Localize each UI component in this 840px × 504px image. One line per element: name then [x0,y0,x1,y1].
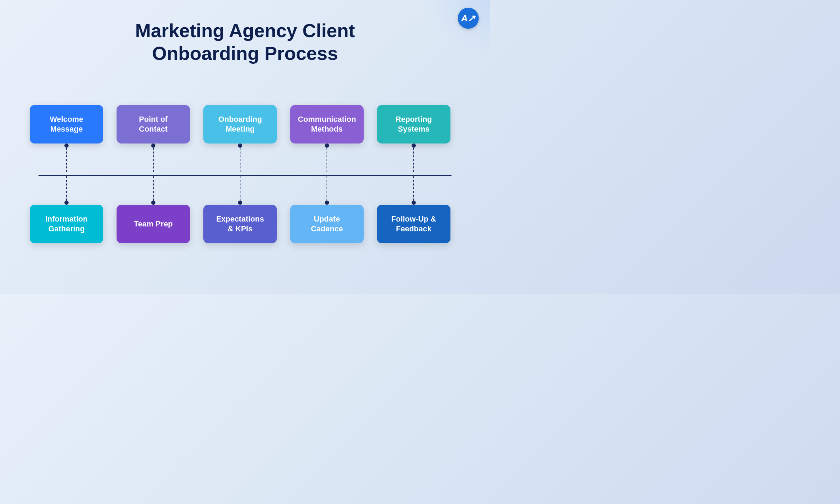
card-information-gathering: InformationGathering [30,205,103,243]
col-4-bottom: UpdateCadence [288,176,365,243]
col-5-top: ReportingSystems [375,105,452,172]
connector-1-top [64,144,69,172]
dashed-line [327,148,327,172]
dot [64,144,69,148]
connector-4-top [325,144,329,172]
connector-1-bottom [64,176,69,205]
dashed-line [153,176,154,201]
dot [151,201,155,205]
card-welcome-message: WelcomeMessage [30,105,103,144]
dot [238,144,242,148]
card-team-prep: Team Prep [117,205,190,243]
diagram: WelcomeMessage Point ofContact Onboardin… [18,80,472,266]
card-onboarding-meeting: OnboardingMeeting [203,105,277,144]
connector-5-top [412,144,416,172]
card-point-of-contact: Point ofContact [117,105,190,144]
title-line1: Marketing Agency Client [135,20,355,41]
dashed-line [153,148,154,172]
col-5-bottom: Follow-Up &Feedback [375,176,452,243]
dot [412,201,416,205]
col-3-bottom: Expectations& KPIs [202,176,279,243]
dot [325,201,329,205]
logo: A↗ [458,8,480,30]
dashed-line [66,148,67,172]
dashed-line [413,176,414,201]
dot [325,144,329,148]
card-communication-methods: CommunicationMethods [290,105,364,144]
dot [238,201,242,205]
main-title: Marketing Agency Client Onboarding Proce… [0,19,490,65]
dot [412,144,416,148]
dashed-line [240,148,240,172]
col-2-top: Point ofContact [115,105,192,172]
col-1-bottom: InformationGathering [28,176,105,243]
dashed-line [413,148,414,172]
title-line2: Onboarding Process [152,43,338,64]
card-follow-up-feedback: Follow-Up &Feedback [377,205,450,243]
col-2-bottom: Team Prep [115,176,192,243]
card-update-cadence: UpdateCadence [290,205,364,243]
card-expectations-kpis: Expectations& KPIs [203,205,277,243]
dashed-line [327,176,327,201]
col-3-top: OnboardingMeeting [202,105,279,172]
col-1-top: WelcomeMessage [28,105,105,172]
connector-3-bottom [238,176,242,205]
logo-symbol: A↗ [461,13,476,24]
dot [151,144,155,148]
dashed-line [66,176,67,201]
connector-4-bottom [325,176,329,205]
dot [64,201,69,205]
connector-5-bottom [412,176,416,205]
title-section: Marketing Agency Client Onboarding Proce… [0,0,490,80]
connector-2-bottom [151,176,155,205]
logo-circle: A↗ [458,8,479,29]
connector-2-top [151,144,155,172]
card-reporting-systems: ReportingSystems [377,105,450,144]
connector-3-top [238,144,242,172]
dashed-line [240,176,240,201]
col-4-top: CommunicationMethods [288,105,365,172]
